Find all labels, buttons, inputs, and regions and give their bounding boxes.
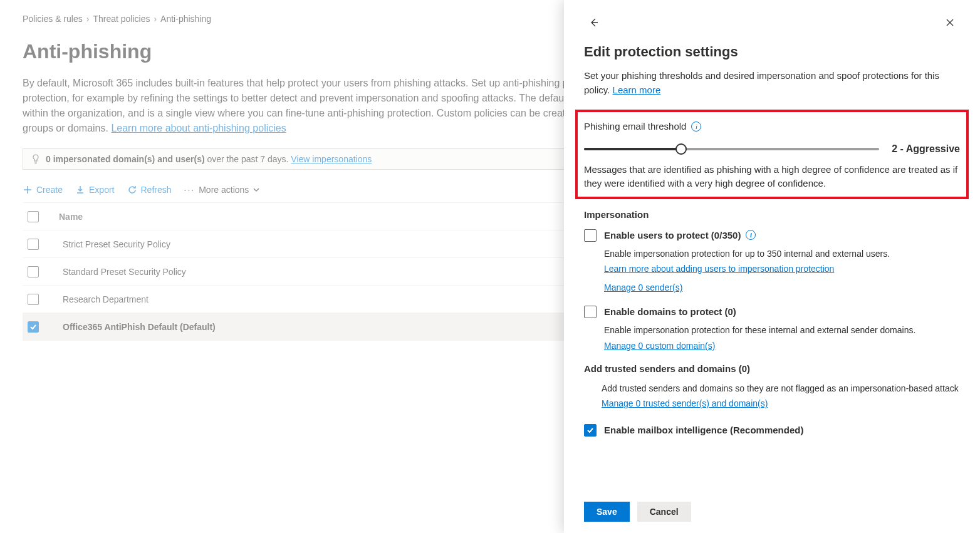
check-icon — [586, 427, 594, 434]
cancel-button[interactable]: Cancel — [637, 502, 691, 522]
refresh-button[interactable]: Refresh — [127, 185, 172, 195]
enable-domains-desc: Enable impersonation protection for thes… — [604, 324, 960, 337]
mailbox-intel-checkbox[interactable] — [584, 424, 597, 437]
enable-domains-checkbox[interactable] — [584, 306, 597, 318]
panel-title: Edit protection settings — [584, 44, 960, 60]
breadcrumb-item-threat[interactable]: Threat policies — [93, 14, 150, 24]
row-checkbox[interactable] — [28, 294, 39, 305]
impersonation-heading: Impersonation — [584, 209, 960, 220]
info-icon[interactable]: i — [746, 230, 756, 240]
trusted-heading: Add trusted senders and domains (0) — [584, 363, 960, 374]
more-icon: ··· — [184, 185, 195, 195]
chevron-right-icon: › — [154, 14, 157, 24]
edit-protection-panel: Edit protection settings Set your phishi… — [564, 0, 980, 533]
lightbulb-icon — [31, 154, 41, 164]
row-checkbox[interactable] — [28, 239, 39, 250]
create-button[interactable]: Create — [23, 185, 63, 195]
select-all-checkbox[interactable] — [28, 211, 39, 222]
close-icon — [945, 18, 955, 28]
refresh-icon — [127, 185, 137, 195]
threshold-slider[interactable] — [584, 143, 879, 155]
download-icon — [75, 185, 85, 195]
manage-trusted-link[interactable]: Manage 0 trusted sender(s) and domain(s) — [602, 398, 768, 408]
save-button[interactable]: Save — [584, 502, 630, 522]
banner-text: over the past 7 days. — [205, 154, 291, 164]
threshold-highlight: Phishing email threshold i 2 - Aggressiv… — [575, 110, 969, 199]
enable-users-label: Enable users to protect (0/350) i — [604, 229, 756, 242]
back-button[interactable] — [584, 13, 604, 33]
manage-senders-link[interactable]: Manage 0 sender(s) — [604, 282, 682, 292]
trusted-desc: Add trusted senders and domains so they … — [602, 383, 960, 395]
info-icon[interactable]: i — [691, 122, 701, 132]
arrow-left-icon — [589, 18, 599, 28]
threshold-value: 2 - Aggressive — [892, 143, 960, 155]
more-actions-button[interactable]: ··· More actions — [184, 185, 261, 195]
close-button[interactable] — [940, 13, 960, 33]
threshold-desc: Messages that are identified as phishing… — [584, 163, 960, 190]
threshold-label: Phishing email threshold i — [584, 121, 960, 132]
enable-users-desc: Enable impersonation protection for up t… — [604, 248, 960, 261]
users-learn-more-link[interactable]: Learn more about adding users to imperso… — [604, 264, 834, 274]
view-impersonations-link[interactable]: View impersonations — [291, 154, 372, 164]
row-checkbox[interactable] — [28, 321, 39, 333]
plus-icon — [23, 185, 33, 195]
manage-domains-link[interactable]: Manage 0 custom domain(s) — [604, 341, 715, 351]
enable-users-checkbox[interactable] — [584, 229, 597, 242]
enable-domains-label: Enable domains to protect (0) — [604, 305, 736, 318]
mailbox-intel-label: Enable mailbox intelligence (Recommended… — [604, 423, 803, 437]
slider-thumb[interactable] — [675, 143, 687, 155]
export-button[interactable]: Export — [75, 185, 114, 195]
learn-more-link[interactable]: Learn more about anti-phishing policies — [111, 123, 286, 133]
panel-footer: Save Cancel — [564, 494, 980, 533]
panel-description: Set your phishing thresholds and desired… — [584, 69, 960, 97]
row-checkbox[interactable] — [28, 266, 39, 277]
breadcrumb-item-policies[interactable]: Policies & rules — [23, 14, 83, 24]
chevron-right-icon: › — [86, 14, 90, 24]
panel-learn-more-link[interactable]: Learn more — [613, 85, 661, 95]
banner-bold: 0 impersonated domain(s) and user(s) — [46, 154, 205, 164]
breadcrumb-item-current: Anti-phishing — [160, 14, 211, 24]
chevron-down-icon — [253, 186, 260, 194]
